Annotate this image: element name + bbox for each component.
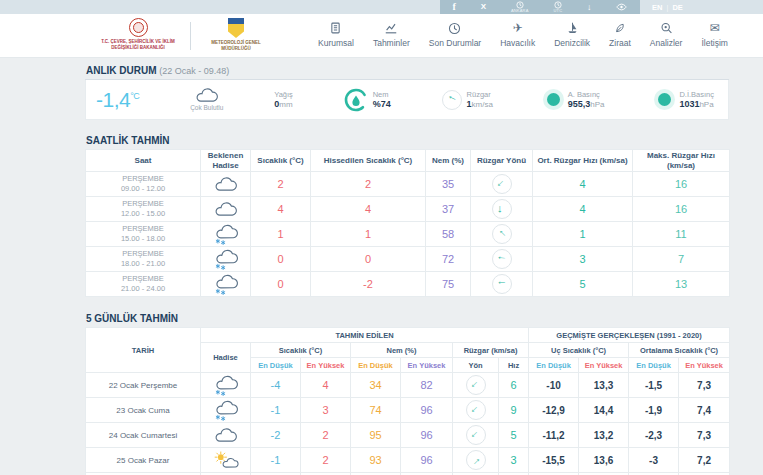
denizcilik-icon xyxy=(566,21,579,35)
day-label: PERŞEMBE xyxy=(86,249,200,259)
sea-level-pressure-label: D.İ.Basınç xyxy=(679,90,714,99)
wind-direction-icon: → xyxy=(492,274,512,294)
nav-item-iletisim[interactable]: ✉İletişim xyxy=(701,21,727,48)
min-humidity-cell: 34 xyxy=(351,373,401,398)
max-wind-cell: 13 xyxy=(633,272,730,297)
main-content: ANLIK DURUM (22 Ocak - 09.48) -1,4°C Çok… xyxy=(85,58,729,475)
extreme-max-cell: 13,6 xyxy=(579,448,629,473)
time-range-label: 12.00 - 15.00 xyxy=(86,209,200,219)
hourly-section-title: SAATLİK TAHMİN xyxy=(85,128,729,149)
actual-pressure-value: 955,3hPa xyxy=(568,99,605,110)
daily-row: 24 Ocak Cumartesi-229596→5-11,213,2-2,37… xyxy=(86,423,730,448)
cloudy-icon xyxy=(201,423,251,448)
wind-direction-cell: → xyxy=(453,398,499,423)
wind-direction-cell: → xyxy=(471,272,533,297)
cloudy-icon xyxy=(201,197,251,222)
lang-de-link[interactable]: DE xyxy=(672,3,682,12)
extreme-min-cell: -15,5 xyxy=(529,448,579,473)
temp-group-header: Sıcaklık (°C) xyxy=(251,343,351,358)
feels-like-cell: 2 xyxy=(311,172,426,197)
ziraat-icon xyxy=(613,21,626,35)
max-wind-cell: 16 xyxy=(633,197,730,222)
nav-item-ziraat[interactable]: Ziraat xyxy=(609,21,631,48)
son-durumlar-icon xyxy=(448,21,461,35)
ankara-clock-icon[interactable]: ANKARA xyxy=(511,1,529,14)
hourly-row: PERŞEMBE18.00 - 21.000072→37 xyxy=(86,247,730,272)
nav-item-analizler[interactable]: Analizler xyxy=(650,21,683,48)
utc-clock-icon[interactable]: UTC xyxy=(553,1,562,14)
humidity-group-header: Nem (%) xyxy=(351,343,453,358)
average-min-cell: -1,5 xyxy=(629,373,679,398)
hourly-column-header: Nem (%) xyxy=(426,150,471,172)
max-temp-cell: 4 xyxy=(301,373,351,398)
hourly-column-header: Ort. Rüzgar Hızı (km/sa) xyxy=(533,150,633,172)
humidity-item: Nem %74 xyxy=(344,88,391,112)
humidity-cell: 35 xyxy=(426,172,471,197)
snowy-cloud-icon xyxy=(201,398,251,423)
hourly-row: PERŞEMBE09.00 - 12.002235→416 xyxy=(86,172,730,197)
hourly-row: PERŞEMBE21.00 - 24.000-275→513 xyxy=(86,272,730,297)
wind-speed-cell: 9 xyxy=(499,398,529,423)
nav-label: Havacılık xyxy=(500,38,535,48)
humidity-cell: 75 xyxy=(426,272,471,297)
mgm-logo[interactable]: METEOROLOJİ GENEL MÜDÜRLÜĞÜ xyxy=(201,18,271,51)
nav-label: Son Durumlar xyxy=(429,38,481,48)
ministry-logo[interactable]: T.C. ÇEVRE, ŞEHİRCİLİK VE İKLİM DEĞİŞİKL… xyxy=(96,18,180,50)
average-temp-group-header: Ortalama Sıcaklık (°C) xyxy=(629,343,730,358)
cloudy-icon xyxy=(201,172,251,197)
avg-wind-cell: 4 xyxy=(533,172,633,197)
hourly-row: PERŞEMBE12.00 - 15.004437→416 xyxy=(86,197,730,222)
wind-direction-icon: → xyxy=(466,425,486,445)
nav-label: İletişim xyxy=(701,38,727,48)
download-arrow-icon[interactable]: ↓ xyxy=(587,3,592,12)
nav-item-son-durumlar[interactable]: Son Durumlar xyxy=(429,21,481,48)
mgm-shield-icon xyxy=(228,18,244,38)
average-max-cell: 7,2 xyxy=(679,448,730,473)
facebook-icon[interactable]: f xyxy=(452,2,455,12)
sea-level-pressure-value: 1031hPa xyxy=(679,99,714,110)
havacilik-icon: ✈ xyxy=(513,21,523,35)
current-conditions-section: ANLIK DURUM (22 Ocak - 09.48) -1,4°C Çok… xyxy=(85,58,729,120)
min-humidity-cell: 74 xyxy=(351,398,401,423)
analizler-icon xyxy=(660,21,673,35)
time-cell: PERŞEMBE18.00 - 21.00 xyxy=(86,247,201,272)
lang-en-link[interactable]: EN xyxy=(652,3,662,12)
nav-label: Kurumsal xyxy=(318,38,354,48)
humidity-cell: 72 xyxy=(426,247,471,272)
max-wind-cell: 11 xyxy=(633,222,730,247)
nav-item-tahminler[interactable]: Tahminler xyxy=(373,21,410,48)
mgm-caption: METEOROLOJİ GENEL MÜDÜRLÜĞÜ xyxy=(201,40,271,51)
past-group-header: GEÇMİŞTE GERÇEKLEŞEN (1991 - 2020) xyxy=(529,328,730,343)
nav-item-havacilik[interactable]: ✈Havacılık xyxy=(500,21,535,48)
hourly-column-header: Maks. Rüzgar Hızı (km/sa) xyxy=(633,150,730,172)
extreme-max-cell: 13,2 xyxy=(579,423,629,448)
temperature-cell: 0 xyxy=(251,272,311,297)
temperature-cell: 1 xyxy=(251,222,311,247)
day-label: PERŞEMBE xyxy=(86,199,200,209)
hourly-row: PERŞEMBE15.00 - 18.001158→111 xyxy=(86,222,730,247)
wind-direction-cell: → xyxy=(453,373,499,398)
extreme-min-cell: -10 xyxy=(529,373,579,398)
nav-item-kurumsal[interactable]: Kurumsal xyxy=(318,21,354,48)
day-label: PERŞEMBE xyxy=(86,174,200,184)
cloudy-icon xyxy=(194,87,220,104)
feels-like-cell: -2 xyxy=(311,272,426,297)
date-cell: 25 Ocak Pazar xyxy=(86,448,201,473)
min-header: En Düşük xyxy=(251,358,301,373)
wind-speed-cell: 3 xyxy=(499,448,529,473)
sun-behind-cloud-icon xyxy=(201,448,251,473)
accessibility-eye-icon[interactable] xyxy=(616,3,627,11)
average-min-cell: -2,3 xyxy=(629,423,679,448)
nav-item-denizcilik[interactable]: Denizcilik xyxy=(554,21,590,48)
max-humidity-cell: 96 xyxy=(401,448,453,473)
max-header: En Yüksek xyxy=(579,358,629,373)
main-navigation: KurumsalTahminlerSon Durumlar✈HavacılıkD… xyxy=(318,21,728,48)
predicted-group-header: TAHMİN EDİLEN xyxy=(201,328,529,343)
x-twitter-icon[interactable]: X xyxy=(481,3,486,11)
daily-forecast-section: 5 GÜNLÜK TAHMİN TARİHTAHMİN EDİLENGEÇMİŞ… xyxy=(85,306,729,475)
sea-level-pressure-item: D.İ.Basınç 1031hPa xyxy=(655,90,714,110)
current-condition: Çok Bulutlu xyxy=(190,87,223,112)
max-wind-cell: 7 xyxy=(633,247,730,272)
date-cell: 23 Ocak Cuma xyxy=(86,398,201,423)
wind-direction-cell: → xyxy=(471,247,533,272)
